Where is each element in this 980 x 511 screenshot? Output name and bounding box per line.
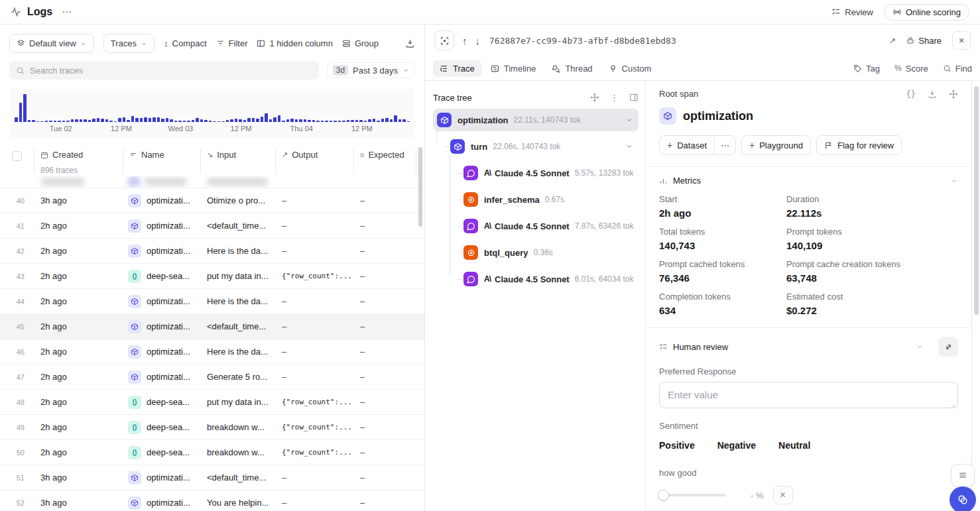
column-header-output[interactable]: ↗ Output bbox=[275, 150, 353, 160]
json-view-icon[interactable]: {} bbox=[906, 89, 916, 99]
sentiment-negative-button[interactable]: Negative bbox=[717, 440, 756, 451]
trace-tree-node-claude-4-5-sonnet[interactable]: A\Claude 4.5 Sonnet7.87s, 63426 tok bbox=[433, 215, 639, 237]
search-input[interactable] bbox=[30, 66, 312, 76]
floating-menu-button[interactable] bbox=[951, 464, 975, 486]
table-row[interactable]: 403h agooptimizati...Otimize o pro...–– bbox=[0, 188, 424, 213]
tab-timeline[interactable]: Timeline bbox=[484, 60, 543, 77]
trace-header: ↑ ↓ 762887e7-cc99-4b73-afbf-d8bde81ebd83… bbox=[425, 25, 980, 56]
table-row[interactable]: 412h agooptimizati...<default_time...–– bbox=[0, 213, 424, 239]
sentiment-positive-button[interactable]: Positive bbox=[659, 440, 695, 451]
views-icon bbox=[17, 39, 25, 48]
filter-button[interactable]: Filter bbox=[216, 38, 248, 48]
cell-output: – bbox=[275, 372, 353, 382]
score-button[interactable]: % Score bbox=[894, 64, 928, 74]
chevron-down-icon[interactable] bbox=[625, 116, 633, 124]
preferred-response-input[interactable] bbox=[659, 382, 958, 408]
sentiment-neutral-button[interactable]: Neutral bbox=[778, 440, 810, 451]
list-icon bbox=[129, 151, 137, 159]
prev-trace-arrow-icon[interactable]: ↑ bbox=[462, 35, 467, 46]
tab-thread[interactable]: Thread bbox=[545, 60, 599, 77]
table-row[interactable]: 462h agooptimizati...Here is the da...–– bbox=[0, 339, 424, 365]
human-review-section-header[interactable]: Human review bbox=[659, 337, 958, 357]
clear-score-button[interactable]: × bbox=[773, 486, 793, 504]
column-header-name[interactable]: Name bbox=[123, 150, 200, 160]
view-selector[interactable]: Default view bbox=[9, 34, 94, 53]
resize-grip-icon[interactable] bbox=[950, 403, 956, 409]
row-number: 52 bbox=[0, 499, 34, 507]
more-vertical-icon[interactable]: ⋮ bbox=[610, 93, 619, 103]
chevron-down-icon[interactable] bbox=[625, 142, 633, 150]
histogram-bars[interactable] bbox=[15, 93, 410, 122]
trace-tree-node-btql-query[interactable]: btql_query0.36s bbox=[433, 241, 639, 264]
row-number: 48 bbox=[0, 398, 34, 406]
table-row[interactable]: 432h ago()deep-sea...put my data in...{"… bbox=[0, 264, 424, 289]
table-row[interactable]: 452h agooptimizati...<default_time...–– bbox=[0, 314, 424, 339]
broadcast-icon bbox=[892, 7, 902, 17]
cell-name: ()deep-sea... bbox=[123, 446, 200, 459]
table-row[interactable]: 513h agooptimizati...<default_time...–– bbox=[0, 465, 424, 490]
trace-tree-node-optimization[interactable]: optimization22.11s, 140743 tok bbox=[433, 109, 639, 131]
table-row[interactable]: 422h agooptimizati...Here is the da...–– bbox=[0, 239, 424, 264]
dataset-more-button[interactable]: ⋯ bbox=[715, 135, 736, 155]
row-number: 46 bbox=[0, 348, 34, 356]
compact-label: Compact bbox=[172, 38, 207, 48]
add-to-dataset-button[interactable]: + Dataset bbox=[659, 135, 715, 155]
group-button[interactable]: Group bbox=[342, 38, 379, 48]
slider-handle[interactable] bbox=[658, 490, 669, 501]
next-trace-arrow-icon[interactable]: ↓ bbox=[475, 35, 481, 46]
trace-tree-node-turn[interactable]: turn22.06s, 140743 tok bbox=[433, 135, 639, 158]
trace-tree-node-claude-4-5-sonnet[interactable]: A\Claude 4.5 Sonnet6.01s, 64034 tok bbox=[433, 268, 639, 290]
column-header-input[interactable]: ↘ Input bbox=[200, 150, 275, 160]
open-in-new-icon[interactable]: ↗ bbox=[888, 36, 896, 46]
group-label: Group bbox=[355, 38, 379, 48]
time-range-selector[interactable]: 3d Past 3 days bbox=[327, 62, 415, 78]
right-scrollbar[interactable] bbox=[971, 81, 980, 511]
select-all-checkbox[interactable] bbox=[12, 151, 22, 161]
tab-custom[interactable]: Custom bbox=[602, 60, 658, 77]
find-button[interactable]: Find bbox=[943, 64, 972, 74]
compact-toggle[interactable]: ↕ Compact bbox=[164, 38, 207, 48]
tab-trace[interactable]: Trace bbox=[433, 60, 481, 77]
cell-input: Here is the da... bbox=[200, 246, 275, 256]
traces-selector[interactable]: Traces bbox=[103, 34, 154, 53]
add-to-playground-button[interactable]: + Playground bbox=[741, 135, 811, 155]
move-icon[interactable] bbox=[590, 93, 599, 102]
online-scoring-button[interactable]: Online scoring bbox=[884, 4, 969, 21]
focus-trace-button[interactable] bbox=[434, 30, 454, 50]
close-panel-button[interactable]: × bbox=[952, 31, 971, 50]
panel-toggle-icon[interactable] bbox=[629, 93, 639, 102]
how-good-slider[interactable] bbox=[659, 494, 725, 496]
row-number: 45 bbox=[0, 323, 34, 331]
table-row[interactable]: 442h agooptimizati...Here is the da...–– bbox=[0, 289, 424, 314]
move-icon[interactable] bbox=[949, 89, 958, 99]
left-scrollbar-thumb[interactable] bbox=[418, 147, 422, 227]
metrics-grid: Start2h agoDuration22.112sTotal tokens14… bbox=[659, 194, 958, 316]
assistant-fab-button[interactable] bbox=[949, 486, 976, 511]
range-badge: 3d bbox=[333, 65, 348, 76]
tag-button[interactable]: Tag bbox=[853, 64, 880, 74]
table-row[interactable]: 523h agooptimizati...You are helpin...–– bbox=[0, 490, 424, 511]
table-row[interactable]: 502h ago()deep-sea...breakdown w...{"row… bbox=[0, 440, 424, 465]
trace-tree-node-infer-schema[interactable]: infer_schema0.67s bbox=[433, 188, 639, 211]
share-button[interactable]: Share bbox=[906, 36, 942, 46]
metrics-section-header[interactable]: Metrics bbox=[659, 176, 958, 186]
table-row[interactable]: 492h ago()deep-sea...breakdown w...{"row… bbox=[0, 415, 424, 440]
review-button[interactable]: Review bbox=[831, 7, 873, 17]
hidden-columns-button[interactable]: 1 hidden column bbox=[257, 38, 332, 48]
close-icon: × bbox=[780, 489, 786, 501]
table-row[interactable]: 472h agooptimizati...Generate 5 ro...–– bbox=[0, 365, 424, 390]
cube-icon bbox=[128, 245, 141, 258]
trace-tree-node-claude-4-5-sonnet[interactable]: A\Claude 4.5 Sonnet5.57s, 13283 tok bbox=[433, 162, 639, 184]
table-row[interactable]: 482h ago()deep-sea...put my data in...{"… bbox=[0, 390, 424, 415]
app-logo-pulse-icon bbox=[11, 7, 21, 17]
right-scrollbar-thumb[interactable] bbox=[974, 86, 979, 315]
cell-name: ()deep-sea... bbox=[123, 270, 200, 283]
column-header-expected[interactable]: = Expected bbox=[353, 150, 424, 160]
expand-review-button[interactable] bbox=[938, 337, 958, 357]
flag-for-review-button[interactable]: Flag for review bbox=[816, 135, 902, 155]
bar-chart-icon bbox=[659, 176, 668, 185]
column-header-created[interactable]: Created bbox=[34, 150, 123, 160]
download-icon[interactable] bbox=[405, 38, 415, 48]
page-menu-icon[interactable]: ⋯ bbox=[62, 6, 72, 18]
download-icon[interactable] bbox=[928, 89, 937, 99]
